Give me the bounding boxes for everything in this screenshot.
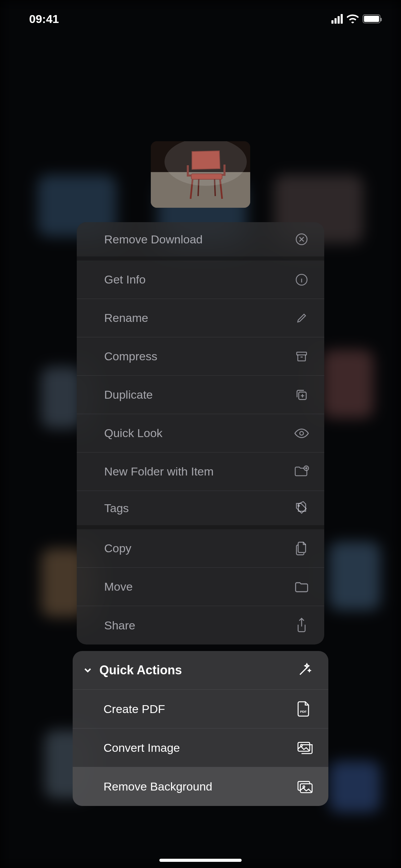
menu-item-new-folder-with-item[interactable]: New Folder with Item xyxy=(77,453,324,491)
menu-item-move[interactable]: Move xyxy=(77,568,324,606)
quick-action-create-pdf[interactable]: Create PDF PDF xyxy=(73,690,328,728)
quick-action-label: Convert Image xyxy=(104,741,180,755)
svg-text:PDF: PDF xyxy=(300,710,307,713)
menu-item-label: Tags xyxy=(104,502,129,515)
menu-item-copy[interactable]: Copy xyxy=(77,529,324,568)
menu-item-label: Duplicate xyxy=(104,388,153,401)
folder-icon xyxy=(294,579,309,594)
battery-icon xyxy=(363,14,380,23)
xmark-circle-icon xyxy=(294,232,309,247)
quick-actions-header[interactable]: Quick Actions xyxy=(73,651,328,690)
menu-item-get-info[interactable]: Get Info xyxy=(77,261,324,299)
eye-icon xyxy=(294,426,309,441)
quick-action-convert-image[interactable]: Convert Image xyxy=(73,728,328,767)
cellular-signal-icon xyxy=(331,14,343,24)
menu-item-label: Remove Download xyxy=(104,233,203,246)
context-menu: Remove Download Get Info Rename Compress… xyxy=(77,222,324,644)
plus-square-on-square-icon xyxy=(294,387,309,402)
share-icon xyxy=(294,618,309,633)
menu-item-rename[interactable]: Rename xyxy=(77,299,324,337)
archivebox-icon xyxy=(294,349,309,364)
menu-item-share[interactable]: Share xyxy=(77,606,324,644)
menu-item-quick-look[interactable]: Quick Look xyxy=(77,414,324,453)
svg-rect-10 xyxy=(297,352,307,355)
menu-item-label: Get Info xyxy=(104,273,146,286)
menu-item-remove-download[interactable]: Remove Download xyxy=(77,222,324,261)
menu-item-compress[interactable]: Compress xyxy=(77,337,324,376)
wand-sparkles-icon xyxy=(297,662,313,678)
doc-pdf-icon: PDF xyxy=(297,701,313,717)
status-bar: 09:41 xyxy=(0,0,401,38)
status-indicators xyxy=(331,14,380,24)
wifi-icon xyxy=(347,14,359,23)
quick-actions-title: Quick Actions xyxy=(99,663,182,677)
quick-action-remove-background[interactable]: Remove Background xyxy=(73,767,328,806)
menu-item-label: Quick Look xyxy=(104,426,162,440)
menu-item-label: Copy xyxy=(104,542,131,555)
menu-item-label: Share xyxy=(104,619,135,632)
quick-actions-panel: Quick Actions Create PDF PDF Convert Ima… xyxy=(73,651,328,806)
file-preview-thumbnail xyxy=(151,141,250,208)
chevron-down-icon xyxy=(82,665,93,676)
pencil-icon xyxy=(294,311,309,326)
menu-item-label: New Folder with Item xyxy=(104,465,214,478)
tag-icon xyxy=(294,501,309,516)
info-circle-icon xyxy=(294,272,309,287)
menu-item-label: Move xyxy=(104,580,133,593)
menu-item-label: Compress xyxy=(104,350,157,363)
menu-item-tags[interactable]: Tags xyxy=(77,491,324,529)
quick-action-label: Remove Background xyxy=(104,780,212,793)
doc-on-doc-icon xyxy=(294,541,309,556)
svg-point-12 xyxy=(300,431,304,435)
home-indicator xyxy=(159,859,242,862)
menu-item-label: Rename xyxy=(104,311,148,325)
status-time: 09:41 xyxy=(29,12,59,26)
folder-badge-plus-icon xyxy=(294,464,309,479)
photo-stack-icon xyxy=(297,739,313,756)
quick-action-label: Create PDF xyxy=(104,702,165,716)
photo-bg-icon xyxy=(297,779,313,795)
menu-item-duplicate[interactable]: Duplicate xyxy=(77,376,324,414)
